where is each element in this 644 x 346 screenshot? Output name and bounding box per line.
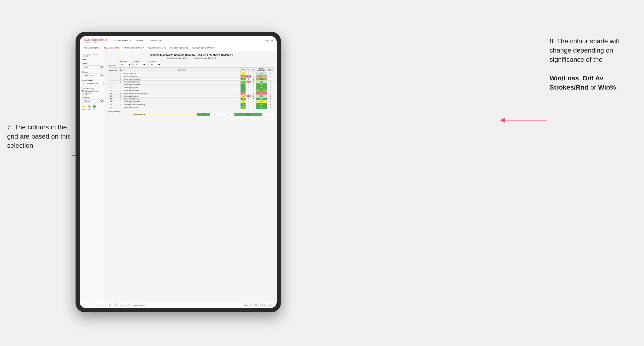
arrow-right-indicator	[500, 116, 552, 125]
tab-player-h2h-heatmap[interactable]: PLAYER H2H HEATMAP	[192, 45, 215, 51]
cell-win: 0	[240, 75, 246, 78]
tablet-frame: SCOREBOARD Powered by clippd TOURNAMENTS…	[76, 32, 281, 312]
cell-loss: 0	[246, 86, 251, 89]
cell-diff: -2.29	[256, 75, 267, 78]
gender-select[interactable]: Men's	[82, 65, 104, 69]
cell-opponent: University of Oklahoma	[124, 100, 240, 103]
cell-rounds	[267, 78, 274, 81]
cell-rank: 6	[108, 81, 114, 83]
cell-rank: 9	[108, 86, 114, 89]
table-row: 2 - 1 Auburn University 2 1 0 1.67 9	[108, 72, 274, 75]
cell-opponent: University of Arizona	[124, 86, 240, 89]
cell-conf: 2	[118, 83, 124, 86]
cell-win: 3	[240, 106, 246, 109]
colour-by-select[interactable]: Win/loss Diff Av Strokes/Rnd Win%	[82, 99, 104, 103]
legend-row: Down Level Up	[82, 105, 104, 110]
overall-record: Overall Record: 89 - 17 - 0	[166, 57, 187, 59]
legend-circle-level	[88, 105, 91, 108]
cell-conf: 1	[118, 72, 124, 75]
gender-label: Gender	[82, 63, 104, 65]
cell-tie: 0	[251, 100, 256, 103]
radio-label-played: Opponents Played	[84, 90, 98, 92]
sign-out-link[interactable]: Sign out	[265, 39, 273, 42]
cell-diff: 1.83	[256, 81, 267, 83]
cell-tie: 0	[251, 95, 256, 98]
table-row: 6 - 2 Florida State University 4 2 0 1.8…	[108, 81, 274, 83]
radio-top-100[interactable]: Top 100	[82, 93, 104, 95]
comment-button[interactable]: 💬	[254, 304, 258, 307]
cell-tie: 0	[251, 75, 256, 78]
share-button[interactable]: Share	[266, 304, 274, 307]
cell-opponent: Auburn University	[124, 72, 240, 75]
out-division-row: NCAA Division II 1 0 0 26.00 3	[108, 113, 274, 116]
cell-loss: 0	[246, 103, 251, 106]
opponent-select[interactable]: (All)	[148, 63, 161, 66]
cell-loss: 0	[246, 89, 251, 92]
cell-diff: 2.61	[256, 89, 267, 92]
table-header-row: #Rank #Reg #Conf Opponent Win Loss Tie D…	[108, 68, 274, 72]
paste-button[interactable]: ⊟	[114, 304, 118, 307]
dash-button[interactable]: —	[120, 304, 124, 307]
main-content: Last Updated: 27/03/202416:55:38 Team Ge…	[80, 51, 277, 302]
tab-player-summary[interactable]: PLAYER SUMMARY	[148, 45, 166, 51]
tab-team-summary[interactable]: TEAM SUMMARY	[84, 45, 100, 51]
layout-button[interactable]: ⊞	[260, 304, 265, 307]
cell-loss: 0	[246, 98, 251, 100]
cell-opponent: University of Florida	[124, 106, 240, 109]
table-row: 16 - 3 University of Florida 3 1 0 6.67 …	[108, 106, 274, 109]
clock-button[interactable]: ⏱	[126, 304, 131, 307]
watch-label: Watch ▾	[244, 304, 250, 306]
cell-win: 0	[240, 92, 246, 95]
cell-opponent: Arizona State University	[124, 78, 240, 81]
sidebar-team-title: Team	[82, 58, 104, 61]
cell-win: 3	[240, 89, 246, 92]
table-row: 11 - 6 University of Arkansas, Fayettevi…	[108, 92, 274, 95]
opponent-view-radio-group: Opponents Played Top 100	[82, 90, 104, 95]
back-button[interactable]: ←	[95, 304, 100, 307]
table-row: 12 - 3 University of Virginia 1 2 0 2.33…	[108, 95, 274, 98]
legend-label-down: Down	[82, 108, 86, 110]
nav-committee[interactable]: COMMITTEE	[148, 39, 162, 42]
radio-opponents-played[interactable]: Opponents Played	[82, 90, 104, 92]
od-diff: 26.00	[234, 113, 262, 116]
cell-conf: 2	[118, 75, 124, 78]
cell-rounds: 2	[267, 86, 274, 89]
col-header-rank: #Rank	[108, 68, 114, 72]
sidebar-gender-section: Gender Men's	[82, 63, 104, 69]
cell-loss: 1	[246, 106, 251, 109]
col-header-win: Win	[240, 68, 246, 72]
cell-conf: 3	[118, 86, 124, 89]
view-original-button[interactable]: View: Original	[133, 304, 146, 307]
cell-tie: 0	[251, 72, 256, 75]
cell-rounds: 9	[267, 103, 274, 106]
col-header-opponent: Opponent	[124, 68, 240, 72]
col-header-tie: Tie	[251, 68, 256, 72]
colour-by-label: Colour by	[82, 97, 104, 99]
annotation-right: 8. The colour shade will change dependin…	[550, 36, 639, 92]
nav-teams[interactable]: TEAMS	[136, 39, 144, 42]
cell-rank: 2	[108, 72, 114, 75]
copy-button[interactable]: ⊞	[108, 304, 112, 307]
cell-loss: 1	[246, 100, 251, 103]
cell-reg: -	[114, 100, 118, 103]
conference-select[interactable]: (All)	[118, 63, 132, 66]
tab-team-h2h-grid[interactable]: TEAM H2H GRID	[104, 45, 120, 51]
cell-win: 2	[240, 100, 246, 103]
tab-team-h2h-heatmap[interactable]: TEAM H2H HEATMAP	[124, 45, 144, 51]
division-select[interactable]: NCAA Division I	[82, 74, 104, 77]
cell-tie: 0	[251, 98, 256, 100]
cell-diff: -1.00	[256, 100, 267, 103]
nav-tournaments[interactable]: TOURNAMENTS	[114, 39, 131, 42]
tab-player-h2h-grid[interactable]: PLAYER H2H GRID	[170, 45, 188, 51]
logo-title: SCOREBOARD	[84, 38, 107, 41]
cell-win: 5	[240, 78, 246, 81]
forward-button[interactable]: →	[101, 304, 106, 307]
undo-button[interactable]: ↩	[82, 304, 87, 307]
cell-rounds: 8	[267, 75, 274, 78]
share-label: Share	[268, 305, 272, 306]
region-select[interactable]: (All)	[134, 63, 146, 66]
cell-tie: 0	[251, 106, 256, 109]
cell-loss: 0	[246, 83, 251, 86]
redo-button[interactable]: ↪	[89, 304, 93, 307]
watch-button[interactable]: Watch ▾	[243, 304, 252, 307]
